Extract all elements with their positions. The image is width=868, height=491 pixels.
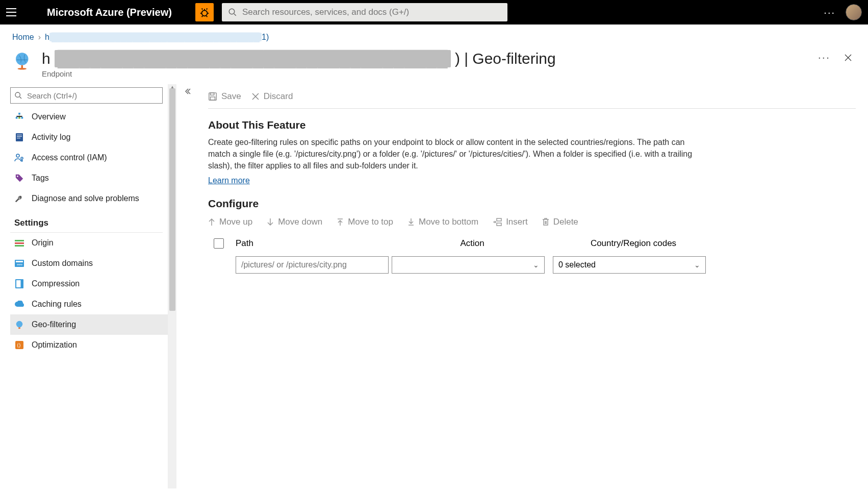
more-icon[interactable]: ··· [824,7,835,18]
svg-rect-26 [18,327,20,329]
sidebar-item-caching-rules[interactable]: Caching rules [10,294,168,314]
compression-icon [14,279,24,289]
origin-icon [14,238,24,248]
svg-rect-8 [18,117,20,119]
cloud-icon [14,299,24,309]
column-codes: Country/Region codes [550,238,711,249]
country-codes-select[interactable]: 0 selected ⌄ [553,256,706,274]
sidebar-search-input[interactable] [10,87,163,104]
search-icon [228,8,237,17]
sidebar-item-label: Tags [32,174,49,183]
scrollbar-thumb[interactable] [169,88,175,311]
svg-rect-33 [497,223,501,226]
breadcrumb-home[interactable]: Home [12,33,34,42]
configure-heading: Configure [208,198,856,210]
sidebar-item-label: Caching rules [32,300,82,309]
configure-toolbar: Move up Move down Move to top Move to bo… [208,217,856,227]
column-path: Path [229,238,389,249]
svg-point-1 [229,9,235,14]
table-row: ⌄ 0 selected ⌄ [208,254,856,276]
move-to-bottom-button[interactable]: Move to bottom [407,217,478,227]
collapse-sidebar-button[interactable] [176,84,199,488]
discard-icon [251,92,260,101]
chevron-down-icon: ⌄ [694,261,700,269]
svg-text:⟨⟩: ⟨⟩ [17,342,21,348]
top-bar: Microsoft Azure (Preview) ··· [0,0,868,24]
sidebar-item-compression[interactable]: Compression [10,274,168,294]
delete-button[interactable]: Delete [542,217,578,227]
arrow-bottom-icon [407,218,415,226]
about-text: Create geo-filtering rules on specific p… [208,136,708,172]
global-search-input[interactable] [242,7,501,17]
globe-icon [12,50,34,71]
wrench-icon [14,193,24,204]
sidebar-item-geo-filtering[interactable]: Geo-filtering [10,314,168,335]
command-bar: Save Discard [208,84,856,109]
sidebar-item-origin[interactable]: Origin [10,233,168,253]
breadcrumb-item[interactable]: h████████████████████████████████████1) [45,33,269,42]
chevron-down-icon: ⌄ [533,261,539,269]
menu-icon[interactable] [6,6,18,18]
svg-rect-12 [17,136,22,137]
breadcrumb: Home › h████████████████████████████████… [0,24,868,46]
sidebar-item-overview[interactable]: Overview [10,107,168,127]
sidebar-item-label: Origin [32,238,54,248]
sidebar-item-label: Diagnose and solve problems [32,194,139,203]
domains-icon: www [14,258,24,268]
svg-point-16 [17,176,18,177]
discard-button[interactable]: Discard [251,91,293,102]
sidebar-item-activity-log[interactable]: Activity log [10,127,168,148]
action-select[interactable]: ⌄ [392,256,545,274]
about-heading: About This Feature [208,119,856,131]
svg-point-25 [16,321,23,328]
svg-point-4 [18,68,27,70]
move-to-top-button[interactable]: Move to top [337,217,393,227]
insert-button[interactable]: Insert [493,217,528,227]
sidebar-item-access-control[interactable]: Access control (IAM) [10,148,168,168]
svg-rect-21 [16,261,23,262]
sidebar-scrollbar[interactable]: ▲ [168,84,176,488]
svg-rect-7 [16,117,18,119]
sidebar-item-tags[interactable]: Tags [10,168,168,188]
sidebar-item-diagnose[interactable]: Diagnose and solve problems [10,188,168,209]
svg-rect-18 [15,242,24,244]
sidebar-item-label: Geo-filtering [32,320,76,329]
svg-rect-9 [21,117,23,119]
svg-rect-24 [16,280,21,287]
path-input[interactable] [236,256,389,274]
sidebar-search[interactable] [10,87,163,104]
global-search[interactable] [222,3,507,21]
move-up-button[interactable]: Move up [208,217,252,227]
sidebar-item-optimization[interactable]: ⟨⟩ Optimization [10,335,168,355]
sidebar-item-custom-domains[interactable]: www Custom domains [10,253,168,274]
main-content: Save Discard About This Feature Create g… [199,84,868,488]
page-title: h ████████████████████████████████████ )… [42,50,810,67]
sidebar-item-label: Activity log [32,133,70,142]
svg-point-15 [21,157,23,159]
header-more-icon[interactable]: ··· [818,51,830,64]
move-down-button[interactable]: Move down [267,217,322,227]
sidebar: Overview Activity log Access control (IA… [0,84,168,488]
select-all-checkbox[interactable] [214,238,224,249]
svg-rect-10 [16,133,23,141]
optimization-icon: ⟨⟩ [14,340,24,350]
svg-point-2 [16,53,29,65]
svg-rect-17 [15,240,24,241]
svg-rect-13 [17,138,20,138]
page-header: h ████████████████████████████████████ )… [0,46,868,84]
search-icon [14,91,22,100]
svg-rect-3 [21,65,23,68]
bug-icon[interactable] [195,3,214,21]
sidebar-item-label: Compression [32,279,80,288]
close-icon[interactable] [840,50,856,65]
avatar[interactable] [846,4,862,20]
svg-point-0 [201,10,207,16]
save-icon [208,92,217,101]
arrow-down-icon [267,218,274,226]
column-action: Action [389,238,550,249]
overview-icon [14,112,24,122]
svg-text:www: www [17,263,22,266]
save-button[interactable]: Save [208,91,241,102]
sidebar-section-settings: Settings [10,209,163,233]
learn-more-link[interactable]: Learn more [208,176,250,185]
